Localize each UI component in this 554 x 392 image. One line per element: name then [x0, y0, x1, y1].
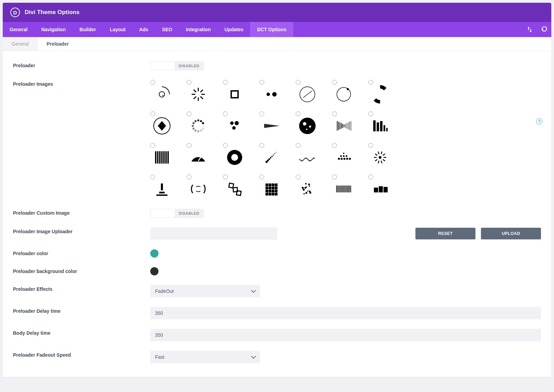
- svg-rect-156: [351, 186, 351, 192]
- tab-general[interactable]: General: [3, 22, 34, 37]
- preloader-image-radio[interactable]: [296, 111, 300, 116]
- preloader-image-radio[interactable]: [223, 143, 228, 148]
- import-export-icon[interactable]: [522, 23, 537, 36]
- preloader-image-radio[interactable]: [332, 175, 337, 179]
- tab-seo[interactable]: SEO: [155, 22, 179, 37]
- preloader-image-radio[interactable]: [332, 111, 337, 116]
- preloader-image-radio[interactable]: [223, 175, 228, 179]
- preloader-image-thumb: [370, 147, 390, 168]
- svg-point-91: [338, 158, 340, 160]
- tab-layout[interactable]: Layout: [103, 22, 132, 37]
- preloader-image-radio[interactable]: [332, 80, 337, 85]
- preloader-image-thumb: [224, 84, 245, 105]
- svg-point-23: [195, 130, 197, 132]
- preloader-image-radio[interactable]: [368, 175, 373, 179]
- reset-button[interactable]: RESET: [415, 228, 475, 239]
- subtab-preloader[interactable]: Preloader: [38, 37, 78, 51]
- svg-point-94: [346, 158, 348, 160]
- subtab-general[interactable]: General: [3, 37, 38, 51]
- preloader-image-radio[interactable]: [259, 175, 264, 179]
- svg-point-30: [202, 122, 204, 124]
- toggle-custom-image-state: DISABLED: [175, 211, 203, 215]
- preloader-bg-swatch[interactable]: [150, 267, 158, 275]
- preloader-image-radio[interactable]: [187, 175, 191, 179]
- preloader-image-radio[interactable]: [296, 80, 300, 85]
- toggle-preloader[interactable]: DISABLED: [150, 61, 204, 70]
- preloader-image-radio[interactable]: [368, 111, 373, 116]
- preloader-image-radio[interactable]: [259, 143, 264, 148]
- body-delay-input[interactable]: [150, 329, 541, 341]
- preloader-image-radio[interactable]: [259, 80, 264, 85]
- svg-point-92: [341, 158, 343, 160]
- svg-rect-56: [159, 151, 161, 164]
- toggle-custom-image[interactable]: DISABLED: [150, 209, 204, 218]
- tab-navigation[interactable]: Navigation: [34, 22, 73, 37]
- preloader-image-radio[interactable]: [150, 143, 155, 148]
- preloader-image-radio[interactable]: [187, 111, 191, 116]
- preloader-image-radio[interactable]: [223, 111, 228, 116]
- reset-icon[interactable]: [537, 23, 551, 36]
- effects-select[interactable]: FadeOut: [150, 285, 260, 297]
- svg-point-17: [347, 88, 349, 90]
- svg-point-68: [270, 157, 271, 158]
- preloader-image-radio[interactable]: [332, 143, 337, 148]
- svg-point-79: [306, 158, 307, 159]
- preloader-image-thumb: [152, 116, 172, 136]
- label-preloader: Preloader: [13, 61, 150, 68]
- label-effects: Preloader Effects: [13, 285, 150, 292]
- preloader-image-radio[interactable]: [296, 175, 300, 179]
- tab-dct-options[interactable]: DCT Options: [250, 22, 293, 37]
- tab-updates[interactable]: Updates: [217, 22, 250, 37]
- preloader-image-radio[interactable]: [150, 111, 155, 116]
- upload-button[interactable]: UPLOAD: [481, 228, 541, 239]
- toggle-preloader-state: DISABLED: [175, 64, 203, 68]
- preloader-color-swatch[interactable]: [150, 249, 158, 258]
- preloader-image-radio[interactable]: [368, 143, 373, 148]
- preloader-image-radio[interactable]: [150, 175, 155, 179]
- preloader-image-radio[interactable]: [296, 143, 300, 148]
- svg-rect-150: [344, 186, 344, 192]
- label-fadeout-speed: Preloader Fadeout Speed: [13, 351, 150, 358]
- tab-builder[interactable]: Builder: [73, 22, 103, 37]
- preloader-image-radio[interactable]: [187, 80, 191, 85]
- svg-rect-120: [275, 187, 278, 189]
- svg-line-14: [307, 91, 312, 94]
- svg-point-11: [267, 93, 270, 96]
- preloader-image-radio[interactable]: [150, 80, 155, 85]
- svg-rect-38: [337, 121, 338, 131]
- svg-rect-10: [231, 91, 238, 98]
- svg-rect-43: [344, 124, 344, 127]
- preloader-image-radio[interactable]: [368, 80, 373, 85]
- preloader-image-thumb: [152, 147, 172, 168]
- svg-point-93: [343, 158, 345, 160]
- svg-point-21: [200, 130, 202, 132]
- svg-rect-149: [343, 186, 343, 192]
- svg-line-102: [375, 154, 377, 155]
- uploader-path-input[interactable]: [150, 227, 277, 240]
- svg-rect-126: [269, 193, 271, 195]
- preloader-image-thumb: [261, 116, 281, 136]
- svg-line-104: [381, 152, 382, 154]
- svg-rect-39: [338, 122, 339, 130]
- svg-point-65: [274, 153, 275, 154]
- preloader-image-radio[interactable]: [223, 80, 228, 85]
- svg-point-76: [303, 159, 304, 160]
- svg-rect-128: [275, 193, 278, 196]
- label-delay: Preloader Delay time: [13, 307, 150, 314]
- svg-line-7: [194, 90, 196, 92]
- preloader-image-radio[interactable]: [187, 143, 191, 148]
- preloader-image-thumb: [188, 179, 209, 199]
- svg-rect-112: [236, 191, 241, 195]
- svg-point-142: [309, 186, 310, 187]
- preloader-image-radio[interactable]: [259, 111, 264, 116]
- svg-point-106: [379, 156, 381, 159]
- delay-input[interactable]: [150, 307, 541, 319]
- svg-rect-159: [384, 187, 388, 192]
- svg-point-74: [301, 160, 302, 161]
- speed-select[interactable]: Fast: [150, 351, 260, 363]
- svg-point-26: [192, 122, 195, 124]
- tab-integration[interactable]: Integration: [179, 22, 217, 37]
- tab-ads[interactable]: Ads: [132, 22, 155, 37]
- svg-line-105: [383, 154, 385, 155]
- help-icon[interactable]: ?: [536, 118, 542, 124]
